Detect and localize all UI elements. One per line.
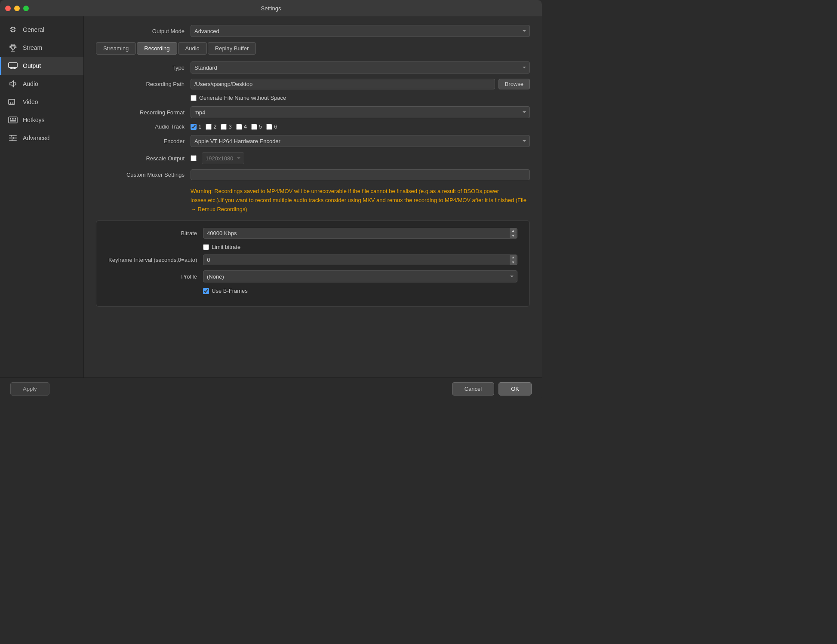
rescale-select[interactable]: 1920x1080 1280x720 854x480 <box>202 152 244 164</box>
muxer-row: Custom Muxer Settings <box>96 169 530 180</box>
type-select[interactable]: Standard Custom FFmpeg Recording <box>191 61 530 74</box>
maximize-button[interactable] <box>23 6 29 11</box>
track-2-checkbox[interactable] <box>206 124 212 130</box>
sidebar-item-advanced[interactable]: Advanced <box>0 129 83 147</box>
sidebar: ⚙ General Stream <box>0 16 84 377</box>
bframes-checkbox[interactable] <box>203 288 209 294</box>
encoder-control: Apple VT H264 Hardware Encoder x264 Appl… <box>191 135 530 147</box>
generate-filename-control: Generate File Name without Space <box>191 95 286 101</box>
bframes-control: Use B-Frames <box>203 288 248 294</box>
profile-row: Profile (None) baseline main high <box>108 270 517 282</box>
svg-rect-14 <box>15 118 16 120</box>
sidebar-item-output[interactable]: Output <box>0 57 83 75</box>
audio-track-row: Audio Track 1 2 3 4 <box>96 123 530 130</box>
titlebar: Settings <box>0 0 542 16</box>
encoder-label: Encoder <box>96 138 191 144</box>
bitrate-up-button[interactable]: ▲ <box>510 228 517 233</box>
tab-replay-buffer[interactable]: Replay Buffer <box>208 42 256 55</box>
track-1-checkbox[interactable] <box>191 124 197 130</box>
svg-rect-13 <box>12 118 14 120</box>
profile-select[interactable]: (None) baseline main high <box>203 270 517 282</box>
minimize-button[interactable] <box>14 6 20 11</box>
hotkeys-icon <box>8 115 18 125</box>
audio-tracks-control: 1 2 3 4 5 <box>191 123 277 130</box>
limit-bitrate-control: Limit bitrate <box>203 244 240 250</box>
sidebar-item-general[interactable]: ⚙ General <box>0 21 83 39</box>
rescale-checkbox[interactable] <box>191 155 197 161</box>
limit-bitrate-row: Limit bitrate <box>108 244 517 250</box>
limit-bitrate-label: Limit bitrate <box>212 244 240 250</box>
limit-bitrate-checkbox[interactable] <box>203 244 209 250</box>
rescale-control: 1920x1080 1280x720 854x480 <box>191 152 244 164</box>
tab-recording[interactable]: Recording <box>137 42 177 55</box>
tabs-bar: Streaming Recording Audio Replay Buffer <box>96 42 530 55</box>
keyframe-input[interactable] <box>203 255 517 265</box>
keyframe-down-button[interactable]: ▼ <box>510 260 517 265</box>
bframes-row: Use B-Frames <box>108 288 517 294</box>
sidebar-item-stream[interactable]: Stream <box>0 39 83 57</box>
track-5-checkbox[interactable] <box>251 124 257 130</box>
recording-path-label: Recording Path <box>96 81 191 87</box>
window-title: Settings <box>261 5 281 12</box>
recording-path-input[interactable] <box>191 79 495 89</box>
profile-control: (None) baseline main high <box>203 270 517 282</box>
type-control: Standard Custom FFmpeg Recording <box>191 61 530 74</box>
close-button[interactable] <box>5 6 11 11</box>
bitrate-down-button[interactable]: ▼ <box>510 233 517 239</box>
sidebar-label-output: Output <box>23 62 41 69</box>
sidebar-item-audio[interactable]: Audio <box>0 75 83 93</box>
output-mode-row: Output Mode Advanced Simple <box>96 25 530 37</box>
track-3-checkbox[interactable] <box>221 124 227 130</box>
track-6-checkbox[interactable] <box>266 124 272 130</box>
encoder-select[interactable]: Apple VT H264 Hardware Encoder x264 Appl… <box>191 135 530 147</box>
keyframe-up-button[interactable]: ▲ <box>510 255 517 260</box>
bitrate-label: Bitrate <box>108 230 203 236</box>
audio-track-label: Audio Track <box>96 123 191 130</box>
track-4: 4 <box>236 123 247 130</box>
cancel-button[interactable]: Cancel <box>452 382 494 396</box>
browse-button[interactable]: Browse <box>499 79 530 89</box>
type-row: Type Standard Custom FFmpeg Recording <box>96 61 530 74</box>
muxer-label: Custom Muxer Settings <box>96 172 191 178</box>
track-4-checkbox[interactable] <box>236 124 242 130</box>
tab-streaming[interactable]: Streaming <box>96 42 136 55</box>
bitrate-input[interactable] <box>203 228 517 239</box>
svg-rect-12 <box>10 118 11 120</box>
output-mode-select[interactable]: Advanced Simple <box>191 25 530 37</box>
recording-path-row: Recording Path Browse <box>96 79 530 89</box>
sidebar-label-advanced: Advanced <box>23 135 49 141</box>
keyframe-control: ▲ ▼ <box>203 255 517 265</box>
window-controls[interactable] <box>5 6 29 11</box>
profile-label: Profile <box>108 273 203 280</box>
apply-button[interactable]: Apply <box>10 382 49 396</box>
track-5: 5 <box>251 123 262 130</box>
sidebar-item-hotkeys[interactable]: Hotkeys <box>0 111 83 129</box>
main-layout: ⚙ General Stream <box>0 16 542 377</box>
generate-filename-row: Generate File Name without Space <box>96 95 530 101</box>
rescale-label: Rescale Output <box>96 155 191 162</box>
ok-button[interactable]: OK <box>499 382 532 396</box>
track-1: 1 <box>191 123 201 130</box>
recording-format-label: Recording Format <box>96 109 191 116</box>
tab-audio[interactable]: Audio <box>178 42 207 55</box>
track-6: 6 <box>266 123 277 130</box>
track-3: 3 <box>221 123 231 130</box>
footer-right: Cancel OK <box>452 382 532 396</box>
svg-rect-3 <box>9 63 17 67</box>
bframes-label: Use B-Frames <box>212 288 248 294</box>
generate-filename-label: Generate File Name without Space <box>199 95 286 101</box>
generate-filename-checkbox[interactable] <box>191 95 197 101</box>
muxer-control <box>191 169 530 180</box>
sidebar-item-video[interactable]: Video <box>0 93 83 111</box>
svg-rect-7 <box>9 99 15 104</box>
bitrate-spinner: ▲ ▼ <box>510 228 517 239</box>
output-icon <box>8 61 18 71</box>
output-mode-control: Advanced Simple <box>191 25 530 37</box>
muxer-input[interactable] <box>191 169 530 180</box>
content-area: Output Mode Advanced Simple Streaming Re… <box>84 16 542 377</box>
advanced-icon <box>8 133 18 143</box>
rescale-select-wrapper: 1920x1080 1280x720 854x480 <box>202 152 244 164</box>
svg-rect-15 <box>10 120 16 122</box>
keyframe-label: Keyframe Interval (seconds,0=auto) <box>108 257 203 263</box>
recording-format-select[interactable]: mp4 mkv mov ts m3u8 fragmented_mov fragm… <box>191 106 530 118</box>
